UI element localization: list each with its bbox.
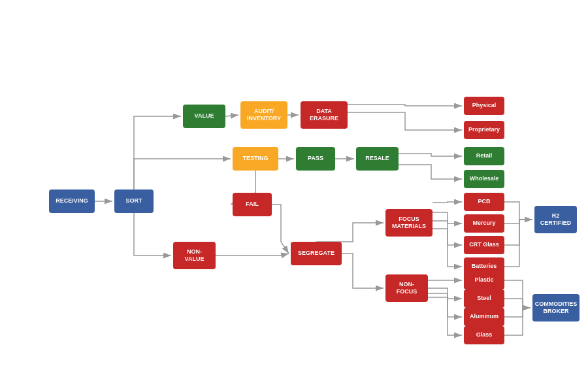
node-label-plastic: Plastic xyxy=(474,276,493,283)
node-pcb: PCB xyxy=(464,193,504,211)
node-label-audit-line-0: AUDIT/ xyxy=(254,108,274,114)
node-label-mercury: Mercury xyxy=(472,220,495,226)
node-label-non_focus-line-1: FOCUS xyxy=(397,288,417,295)
node-commodities: COMMODITIESBROKER xyxy=(532,294,580,321)
node-label-r2cert-line-0: R2 xyxy=(552,212,560,219)
node-label-r2cert-line-1: CERTIFIED xyxy=(540,220,572,226)
node-fail: FAIL xyxy=(233,193,272,216)
node-testing: TESTING xyxy=(233,147,278,171)
node-label-pass: PASS xyxy=(308,155,323,161)
node-proprietary: Proprietary xyxy=(464,121,504,139)
node-label-resale: RESALE xyxy=(365,155,389,161)
node-label-pcb: PCB xyxy=(478,198,491,205)
node-label-proprietary: Proprietary xyxy=(468,126,500,133)
node-label-aluminum: Aluminum xyxy=(470,313,498,320)
node-label-receiving: RECEIVING xyxy=(56,197,88,204)
node-segregate: SEGREGATE xyxy=(291,242,342,265)
node-label-commodities-line-0: COMMODITIES xyxy=(535,301,578,307)
node-pass: PASS xyxy=(296,147,335,171)
node-wholesale: Wholesale xyxy=(464,170,504,188)
node-label-commodities-line-1: BROKER xyxy=(543,308,569,314)
node-label-sort: SORT xyxy=(125,197,142,204)
node-r2cert: R2CERTIFIED xyxy=(534,206,577,233)
svg-line-2 xyxy=(225,115,238,116)
node-audit: AUDIT/INVENTORY xyxy=(240,101,287,129)
node-label-retail: Retail xyxy=(476,152,493,159)
node-label-wholesale: Wholesale xyxy=(470,175,499,182)
node-retail: Retail xyxy=(464,147,504,165)
node-value: VALUE xyxy=(183,105,225,128)
node-crt: CRT Glass xyxy=(464,236,504,254)
node-label-value: VALUE xyxy=(195,112,214,119)
node-label-batteries: Batteries xyxy=(472,263,497,269)
node-label-focus_mat-line-1: MATERIALS xyxy=(392,223,426,229)
node-label-physical: Physical xyxy=(472,102,497,108)
node-label-audit-line-1: INVENTORY xyxy=(247,115,281,122)
node-label-fail: FAIL xyxy=(246,201,259,207)
node-label-glass: Glass xyxy=(476,331,493,338)
node-label-focus_mat-line-0: FOCUS xyxy=(399,216,419,222)
node-resale: RESALE xyxy=(356,147,399,171)
node-steel: Steel xyxy=(464,289,504,308)
node-physical: Physical xyxy=(464,97,504,115)
node-label-data_era-line-0: DATA xyxy=(316,108,332,114)
node-label-steel: Steel xyxy=(477,295,491,301)
node-non_focus: NON-FOCUS xyxy=(385,274,428,302)
node-label-segregate: SEGREGATE xyxy=(298,250,335,256)
node-sort: SORT xyxy=(114,190,154,213)
node-label-non_value-line-0: NON- xyxy=(187,248,202,255)
node-data_era: DATAERASURE xyxy=(301,101,348,129)
node-focus_mat: FOCUSMATERIALS xyxy=(385,209,433,237)
node-label-testing: TESTING xyxy=(242,155,268,161)
node-non_value: NON-VALUE xyxy=(173,242,216,269)
node-receiving: RECEIVING xyxy=(49,190,95,213)
node-plastic: Plastic xyxy=(464,271,504,289)
node-label-non_focus-line-0: NON- xyxy=(399,281,414,288)
node-aluminum: Aluminum xyxy=(464,308,504,326)
flowchart: RECEIVINGSORTVALUEAUDIT/INVENTORYDATAERA… xyxy=(0,0,588,379)
node-label-non_value-line-1: VALUE xyxy=(185,255,204,262)
node-glass: Glass xyxy=(464,326,504,344)
node-label-data_era-line-1: ERASURE xyxy=(310,115,338,122)
node-mercury: Mercury xyxy=(464,214,504,233)
node-label-crt: CRT Glass xyxy=(469,241,499,248)
